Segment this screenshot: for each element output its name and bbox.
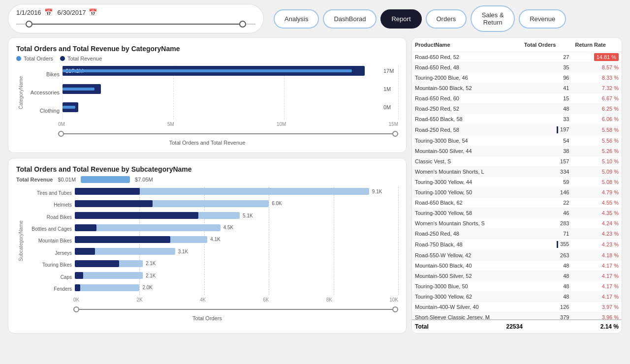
table-row[interactable]: Road-650 Black, 62224.55 % [412, 198, 622, 208]
tab-dashborad[interactable]: DashBorad [323, 9, 377, 29]
slider-thumb-right[interactable] [239, 21, 246, 28]
cell-product: Touring-3000 Blue, 54 [412, 136, 521, 146]
cell-orders: 48 [521, 271, 572, 281]
slider-thumb-left[interactable] [26, 21, 32, 28]
sub-bar-mountain: 4.1K [75, 235, 398, 244]
tab-analysis[interactable]: Analysis [274, 9, 319, 29]
table-row[interactable]: Touring-1000 Yellow, 501464.79 % [412, 187, 622, 198]
cell-rate: 4.23 % [572, 229, 622, 239]
cell-orders: 22 [521, 198, 572, 208]
cell-rate: 5.08 % [572, 177, 622, 187]
cell-rate: 5.58 % [572, 124, 622, 136]
table-row[interactable]: Road-750 Black, 483554.23 % [412, 239, 622, 250]
sub-bar-road: 5.1K [75, 211, 398, 220]
date-start[interactable]: 1/1/2016 📅 [16, 8, 53, 16]
table-row[interactable]: Road-650 Red, 522714.81 % [412, 52, 622, 62]
cell-rate: 4.17 % [572, 292, 622, 302]
bottom-chart-card: Total Orders and Total Revenue by Subcat… [8, 158, 407, 334]
revenue-slider-mini[interactable] [81, 176, 130, 183]
cell-orders: 146 [521, 187, 572, 198]
tab-sales-return[interactable]: Sales &Return [471, 5, 515, 32]
top-chart-x-axis: 0M 5M 10M 15M [58, 120, 398, 127]
table-row[interactable]: Mountain-500 Black, 40484.17 % [412, 261, 622, 271]
footer-orders: 22534 [506, 323, 523, 330]
cell-rate: 4.35 % [572, 208, 622, 218]
sub-y-touring: Touring Bikes [26, 262, 72, 268]
table-row[interactable]: Mountain-500 Silver, 52484.17 % [412, 271, 622, 281]
bar-clothing: 0M [63, 102, 398, 112]
bottom-chart-slider-label: Total Orders [16, 315, 398, 321]
bar-accessories-wrap [63, 84, 380, 94]
bottom-chart-slider[interactable] [73, 304, 398, 314]
sub-bar-helmets: 6.0K [75, 199, 398, 208]
sub-y-fenders: Fenders [26, 286, 72, 292]
left-panel: Total Orders and Total Revenue by Catego… [8, 37, 407, 334]
cell-product: Road-250 Red, 48 [412, 229, 521, 239]
cell-product: Road-750 Black, 48 [412, 239, 521, 250]
table-row[interactable]: Mountain-500 Silver, 44385.26 % [412, 146, 622, 156]
sub-bar-mountain-fill [75, 236, 207, 243]
bottom-chart-slider-right[interactable] [392, 306, 398, 312]
cell-rate: 4.24 % [572, 218, 622, 229]
cell-orders: 379 [521, 312, 572, 319]
table-row[interactable]: Women's Mountain Shorts, S2834.24 % [412, 218, 622, 229]
top-chart-y-axis: Bikes Accessories Clothing [26, 65, 63, 120]
revenue-header: Total Revenue $0.01M $7.05M [16, 176, 398, 183]
cell-rate: 4.55 % [572, 198, 622, 208]
table-row[interactable]: Road-250 Red, 52486.25 % [412, 104, 622, 114]
revenue-end: $7.05M [135, 177, 153, 182]
tab-orders[interactable]: Orders [426, 9, 467, 29]
top-bar: 1/1/2016 📅 6/30/2017 📅 Analysis DashBora… [0, 0, 630, 37]
top-chart-slider[interactable] [58, 129, 398, 139]
bottom-chart-slider-left[interactable] [73, 306, 79, 312]
table-row[interactable]: Touring-3000 Yellow, 62484.17 % [412, 292, 622, 302]
sub-bar-jerseys-label: 3.1K [178, 249, 189, 254]
sub-bar-bottles: 4.5K [75, 223, 398, 232]
cell-product: Road-550-W Yellow, 42 [412, 250, 521, 261]
cell-orders: 48 [521, 104, 572, 114]
bar-accessories-orders [63, 88, 94, 91]
bottom-chart-slider-fill [73, 309, 398, 310]
cell-rate: 14.81 % [572, 52, 622, 62]
sub-bar-road-label: 5.1K [243, 213, 253, 218]
calendar-start-icon[interactable]: 📅 [44, 8, 53, 16]
cell-product: Touring-3000 Yellow, 44 [412, 177, 521, 187]
table-row[interactable]: Touring-3000 Yellow, 44595.08 % [412, 177, 622, 187]
table-body: Road-650 Red, 522714.81 %Road-650 Red, 4… [412, 52, 622, 320]
table-row[interactable]: Road-650 Red, 60156.67 % [412, 93, 622, 104]
top-chart-slider-fill [58, 133, 398, 134]
tab-revenue[interactable]: Revenue [519, 9, 566, 29]
cell-orders: 33 [521, 114, 572, 124]
cell-orders: 48 [521, 292, 572, 302]
date-end[interactable]: 6/30/2017 📅 [58, 8, 97, 16]
sub-bar-tires-fill [75, 188, 369, 195]
table-row[interactable]: Road-650 Red, 48358.57 % [412, 62, 622, 73]
table-row[interactable]: Touring-3000 Blue, 50484.17 % [412, 281, 622, 292]
table-row[interactable]: Road-650 Black, 58336.06 % [412, 114, 622, 124]
table-row[interactable]: Mountain-500 Black, 52417.32 % [412, 83, 622, 93]
cell-rate: 5.09 % [572, 167, 622, 177]
cell-product: Mountain-400-W Silver, 40 [412, 302, 521, 312]
sub-bar-bottles-dark [75, 224, 96, 231]
table-row[interactable]: Road-550-W Yellow, 422634.18 % [412, 250, 622, 261]
table-container[interactable]: ProductName Total Orders Return Rate Roa… [412, 38, 622, 319]
table-row[interactable]: Touring-2000 Blue, 46968.33 % [412, 73, 622, 83]
table-row[interactable]: Short-Sleeve Classic Jersey, M3793.96 % [412, 312, 622, 319]
top-chart-slider-right[interactable] [392, 131, 398, 137]
table-row[interactable]: Touring-3000 Blue, 54545.56 % [412, 136, 622, 146]
cell-orders: 48 [521, 281, 572, 292]
calendar-end-icon[interactable]: 📅 [89, 8, 97, 16]
table-row[interactable]: Road-250 Red, 48714.23 % [412, 229, 622, 239]
nav-tabs: Analysis DashBorad Report Orders Sales &… [274, 5, 566, 32]
tab-report[interactable]: Report [380, 9, 421, 29]
table-row[interactable]: Road-250 Red, 581975.58 % [412, 124, 622, 136]
table-row[interactable]: Mountain-400-W Silver, 401263.97 % [412, 302, 622, 312]
date-range-container: 1/1/2016 📅 6/30/2017 📅 [8, 4, 264, 33]
date-slider[interactable] [16, 19, 255, 29]
table-row[interactable]: Touring-3000 Yellow, 58464.35 % [412, 208, 622, 218]
table-row[interactable]: Women's Mountain Shorts, L3345.09 % [412, 167, 622, 177]
cell-orders: 283 [521, 218, 572, 229]
bottom-chart-y-label: SubcategoryName [16, 187, 26, 295]
top-chart-slider-left[interactable] [58, 131, 64, 137]
table-row[interactable]: Classic Vest, S1575.10 % [412, 156, 622, 167]
